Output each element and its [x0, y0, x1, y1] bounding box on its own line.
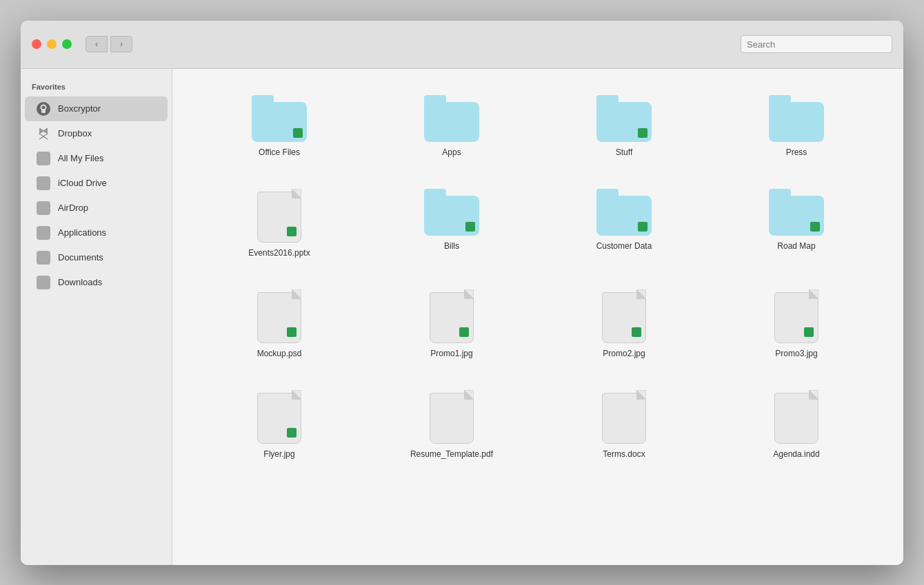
- file-label: Flyer.jpg: [263, 449, 294, 459]
- sidebar-item-boxcryptor[interactable]: Boxcryptor: [25, 96, 168, 121]
- sidebar-item-label-icloud-drive: iCloud Drive: [58, 178, 107, 188]
- folder-icon: [596, 95, 652, 142]
- file-label: Promo2.jpg: [603, 349, 645, 358]
- file-item-flyer[interactable]: Flyer.jpg: [200, 384, 359, 464]
- sidebar: Favorites Boxcryptor: [21, 69, 172, 565]
- file-label: Press: [786, 147, 807, 157]
- downloads-icon: [36, 275, 51, 290]
- folder-icon: [424, 189, 479, 236]
- main-content: Office Files Apps Stuff: [172, 69, 903, 565]
- file-icon: [602, 390, 646, 444]
- maximize-button[interactable]: [62, 39, 72, 49]
- window-body: Favorites Boxcryptor: [21, 69, 903, 565]
- file-icon-wrap: [774, 390, 818, 444]
- dropbox-icon: [36, 126, 51, 141]
- finder-window: ‹ › Favorites Boxcryptor: [21, 21, 903, 565]
- file-icon-wrap: [424, 95, 479, 142]
- forward-button[interactable]: ›: [110, 36, 132, 52]
- file-item-promo2[interactable]: Promo2.jpg: [545, 284, 703, 364]
- sidebar-item-label-applications: Applications: [58, 227, 106, 238]
- file-icon-wrap: [257, 390, 301, 444]
- file-label: Mockup.psd: [257, 349, 302, 358]
- file-icon-wrap: [424, 189, 479, 236]
- sidebar-item-all-my-files[interactable]: All My Files: [25, 146, 168, 171]
- file-label: Promo3.jpg: [775, 349, 817, 358]
- sidebar-item-label-dropbox: Dropbox: [58, 128, 92, 138]
- file-label: Apps: [442, 147, 461, 157]
- file-icon: [257, 390, 301, 444]
- sidebar-item-label-airdrop: AirDrop: [58, 203, 88, 213]
- sidebar-item-dropbox[interactable]: Dropbox: [25, 121, 168, 146]
- traffic-lights: [32, 39, 72, 49]
- file-item-terms[interactable]: Terms.docx: [545, 384, 703, 464]
- svg-marker-8: [43, 128, 48, 134]
- sidebar-item-icloud-drive[interactable]: iCloud Drive: [25, 171, 168, 196]
- sidebar-item-label-all-my-files: All My Files: [58, 153, 103, 163]
- file-item-mockup[interactable]: Mockup.psd: [200, 284, 359, 364]
- nav-buttons: ‹ ›: [86, 36, 132, 52]
- file-item-customer-data[interactable]: Customer Data: [545, 183, 703, 263]
- file-icon: [774, 289, 818, 343]
- icloud-drive-icon: [36, 176, 51, 191]
- file-item-agenda[interactable]: Agenda.indd: [717, 384, 876, 464]
- minimize-button[interactable]: [47, 39, 57, 49]
- file-item-stuff[interactable]: Stuff: [545, 90, 703, 163]
- folder-icon: [596, 189, 652, 236]
- file-label: Road Map: [777, 241, 815, 251]
- file-item-events2016[interactable]: Events2016.pptx: [200, 183, 359, 263]
- svg-marker-7: [39, 128, 43, 134]
- folder-icon: [424, 95, 479, 142]
- sidebar-item-applications[interactable]: Applications: [25, 220, 168, 245]
- documents-icon: [36, 250, 51, 265]
- titlebar: ‹ ›: [21, 21, 903, 69]
- file-icon: [430, 289, 474, 343]
- sidebar-item-downloads[interactable]: Downloads: [25, 270, 168, 295]
- file-label: Terms.docx: [603, 449, 645, 459]
- folder-icon: [252, 95, 307, 142]
- file-icon-wrap: [257, 189, 301, 243]
- file-icon: [774, 390, 818, 444]
- file-item-promo1[interactable]: Promo1.jpg: [372, 284, 531, 364]
- file-icon-wrap: [257, 289, 301, 343]
- search-input[interactable]: [741, 35, 892, 53]
- file-icon-wrap: [774, 289, 818, 343]
- file-icon-wrap: [602, 390, 646, 444]
- file-grid: Office Files Apps Stuff: [200, 90, 876, 464]
- file-item-office-files[interactable]: Office Files: [200, 90, 359, 163]
- file-icon-wrap: [602, 289, 646, 343]
- applications-icon: [36, 225, 51, 240]
- file-icon-wrap: [769, 95, 824, 142]
- file-item-promo3[interactable]: Promo3.jpg: [717, 284, 876, 364]
- file-icon-wrap: [430, 289, 474, 343]
- file-label: Promo1.jpg: [430, 349, 472, 358]
- file-item-resume[interactable]: Resume_Template.pdf: [372, 384, 531, 464]
- boxcryptor-icon: [36, 101, 51, 116]
- file-label: Resume_Template.pdf: [410, 449, 493, 459]
- file-label: Bills: [444, 241, 459, 251]
- file-item-apps[interactable]: Apps: [372, 90, 531, 163]
- sidebar-item-documents[interactable]: Documents: [25, 245, 168, 270]
- file-item-road-map[interactable]: Road Map: [717, 183, 876, 263]
- svg-rect-2: [41, 109, 46, 113]
- file-label: Office Files: [259, 147, 300, 157]
- back-button[interactable]: ‹: [86, 36, 108, 52]
- file-icon: [602, 289, 646, 343]
- close-button[interactable]: [32, 39, 41, 49]
- file-label: Stuff: [616, 147, 632, 157]
- file-icon: [257, 289, 301, 343]
- file-label: Events2016.pptx: [248, 248, 310, 258]
- sidebar-item-label-downloads: Downloads: [58, 277, 102, 287]
- sidebar-item-airdrop[interactable]: AirDrop: [25, 196, 168, 220]
- folder-icon: [769, 95, 824, 142]
- sidebar-item-label-documents: Documents: [58, 252, 103, 263]
- file-label: Agenda.indd: [773, 449, 819, 459]
- file-icon: [257, 189, 301, 243]
- file-item-bills[interactable]: Bills: [372, 183, 531, 263]
- file-icon-wrap: [252, 95, 307, 142]
- file-icon-wrap: [430, 390, 474, 444]
- all-my-files-icon: [36, 151, 51, 166]
- file-item-press[interactable]: Press: [717, 90, 876, 163]
- file-icon-wrap: [769, 189, 824, 236]
- file-label: Customer Data: [596, 241, 652, 251]
- file-icon-wrap: [596, 95, 652, 142]
